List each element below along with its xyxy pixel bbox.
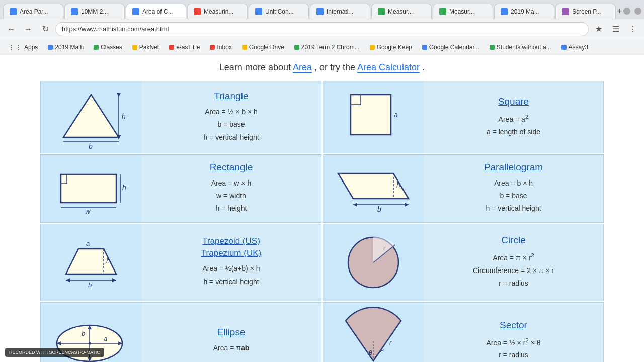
bookmark-label: Apps xyxy=(24,44,38,51)
svg-marker-19 xyxy=(405,203,409,207)
tab-bar: Area Par... 10MM 2... Area of C... Measu… xyxy=(0,0,644,19)
tab-favicon xyxy=(562,8,569,15)
bookmark-label: e-asTTle xyxy=(176,44,200,51)
shape-card-trapezoid: a h b Trapezoid (US) Trapezium (UK) Area… xyxy=(40,224,321,301)
intro-section: Learn more about Area , or try the Area … xyxy=(0,55,644,81)
tab-measur1[interactable]: Measur... xyxy=(371,4,432,19)
sector-formula: Area = ½ × r2 × θ r = radius xyxy=(486,335,540,362)
bookmark-label: Google Drive xyxy=(249,44,284,51)
intro-text-middle: , or try the xyxy=(314,62,355,72)
reload-button[interactable]: ↻ xyxy=(38,22,52,36)
url-text: https://www.mathisfun.com/area.html xyxy=(62,25,169,33)
address-bar[interactable]: https://www.mathisfun.com/area.html xyxy=(55,22,589,36)
tab-10mm[interactable]: 10MM 2... xyxy=(64,4,125,19)
bookmark-label: Classes xyxy=(101,44,122,51)
bookmark-2019math[interactable]: 2019 Math xyxy=(44,43,88,52)
bookmark-googlecal[interactable]: Google Calendar... xyxy=(418,43,484,52)
bookmark-easttle[interactable]: e-asTTle xyxy=(165,43,204,52)
tab-area-par[interactable]: Area Par... xyxy=(3,4,63,19)
trapezoid-visual: a h b xyxy=(41,224,141,301)
ellipse-formula: Area = πab xyxy=(213,342,250,354)
triangle-visual: h b xyxy=(41,81,141,153)
rectangle-info: Rectangle Area = w × h w = width h = hei… xyxy=(141,155,321,222)
circle-link[interactable]: Circle xyxy=(501,235,526,246)
new-tab-button[interactable]: + xyxy=(617,4,622,18)
tab-favicon xyxy=(255,8,262,15)
menu-button[interactable]: ⋮ xyxy=(626,22,640,36)
maximize-button[interactable] xyxy=(634,8,641,15)
bookmark-label: Students without a... xyxy=(497,44,551,51)
tab-area-of-c[interactable]: Area of C... xyxy=(126,4,186,19)
parallelogram-link[interactable]: Parallelogram xyxy=(484,162,543,173)
bookmark-apps[interactable]: ⋮⋮ Apps xyxy=(4,42,42,52)
rectangle-formula: Area = w × h w = width h = height xyxy=(211,177,251,215)
svg-text:a: a xyxy=(394,111,398,119)
tab-screen-p[interactable]: Screen P... xyxy=(555,4,616,19)
bookmark-inbox[interactable]: Inbox xyxy=(206,43,235,52)
tab-measurin[interactable]: Measurin... xyxy=(187,4,248,19)
svg-marker-18 xyxy=(353,203,357,207)
tab-internati[interactable]: Internati... xyxy=(310,4,370,19)
circle-visual: r xyxy=(323,224,424,301)
bookmark-label: Assay3 xyxy=(569,44,588,51)
tab-label: Measur... xyxy=(449,8,474,15)
area-link[interactable]: Area xyxy=(293,62,312,73)
square-link[interactable]: Square xyxy=(498,96,529,107)
bookmark-2019term2[interactable]: 2019 Term 2 Chrom... xyxy=(290,43,364,52)
shapes-grid: h b Triangle Area = ½ × b × h b = base xyxy=(40,81,604,362)
tab-favicon xyxy=(71,8,78,15)
bookmark-googlekeep[interactable]: Google Keep xyxy=(366,43,416,52)
bookmarks-bar: ⋮⋮ Apps 2019 Math Classes PakNet e-asTTl… xyxy=(0,39,644,55)
triangle-link[interactable]: Triangle xyxy=(214,90,249,102)
bookmark-students[interactable]: Students without a... xyxy=(486,43,555,52)
svg-text:r: r xyxy=(389,339,392,346)
ellipse-info: Ellipse Area = πab xyxy=(141,303,321,362)
shape-card-parallelogram: h b Parallelogram Area = b × h b = base … xyxy=(323,154,604,223)
circle-svg: r xyxy=(343,232,404,293)
tab-label: Internati... xyxy=(327,8,353,15)
area-calculator-link[interactable]: Area Calculator xyxy=(357,62,420,73)
forward-button[interactable]: → xyxy=(21,22,35,36)
tab-2019-ma[interactable]: 2019 Ma... xyxy=(494,4,554,19)
trapezoid-formula: Area = ½(a+b) × h h = vertical height xyxy=(202,262,260,288)
square-info: Square Area = a2 a = length of side xyxy=(424,81,603,153)
tab-measur2[interactable]: Measur... xyxy=(433,4,493,19)
tab-label: 2019 Ma... xyxy=(511,8,539,15)
shape-card-triangle: h b Triangle Area = ½ × b × h b = base xyxy=(40,81,321,153)
tab-label: Unit Con... xyxy=(265,8,294,15)
rectangle-link[interactable]: Rectangle xyxy=(210,162,253,173)
svg-rect-5 xyxy=(351,95,391,135)
bookmark-paknet[interactable]: PakNet xyxy=(128,43,163,52)
bookmark-assay3[interactable]: Assay3 xyxy=(557,43,592,52)
bookmark-button[interactable]: ★ xyxy=(592,22,606,36)
bookmark-googledrive[interactable]: Google Drive xyxy=(238,43,288,52)
svg-text:h: h xyxy=(396,181,400,189)
svg-text:h: h xyxy=(122,184,126,192)
triangle-info: Triangle Area = ½ × b × h b = base h = v… xyxy=(141,81,321,153)
tab-unit-con[interactable]: Unit Con... xyxy=(249,4,309,19)
parallelogram-svg: h b xyxy=(338,163,409,214)
tab-favicon xyxy=(132,8,139,15)
minimize-button[interactable] xyxy=(623,8,630,15)
svg-text:b: b xyxy=(82,330,85,337)
back-button[interactable]: ← xyxy=(4,22,18,36)
intro-text-before: Learn more about xyxy=(219,62,291,72)
bookmark-label: 2019 Term 2 Chrom... xyxy=(301,44,360,51)
svg-text:b: b xyxy=(377,205,381,213)
trapezoid-info: Trapezoid (US) Trapezium (UK) Area = ½(a… xyxy=(141,224,321,301)
bookmark-label: 2019 Math xyxy=(55,44,84,51)
parallelogram-visual: h b xyxy=(323,155,424,222)
trapezium-link[interactable]: Trapezium (UK) xyxy=(201,248,261,258)
svg-text:a: a xyxy=(86,240,90,247)
extensions-button[interactable]: ☰ xyxy=(609,22,623,36)
sector-link[interactable]: Sector xyxy=(500,320,527,331)
bookmark-classes[interactable]: Classes xyxy=(90,43,126,52)
shape-card-circle: r Circle Area = π × r2 Circumference = 2… xyxy=(323,224,604,301)
tab-favicon xyxy=(194,8,201,15)
shape-card-sector: r θ Sector Area = ½ × r2 × θ r = radius xyxy=(323,302,604,362)
ellipse-link[interactable]: Ellipse xyxy=(217,327,246,338)
sector-visual: r θ xyxy=(323,303,424,362)
trapezoid-link[interactable]: Trapezoid (US) xyxy=(202,236,260,246)
tab-favicon xyxy=(10,8,17,15)
parallelogram-info: Parallelogram Area = b × h b = base h = … xyxy=(424,155,603,222)
